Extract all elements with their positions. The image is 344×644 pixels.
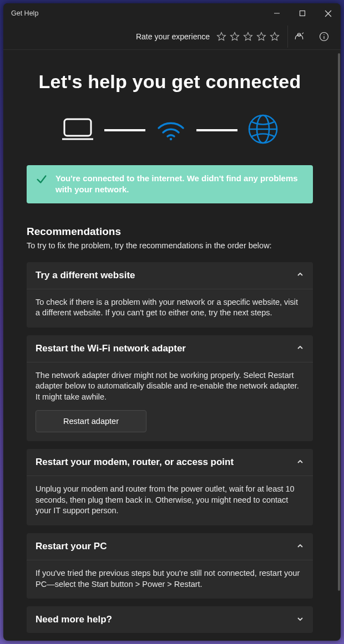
card-body: Unplug your modem and router from the po…	[27, 476, 313, 525]
card-title: Need more help?	[36, 614, 112, 625]
card-title: Restart your PC	[36, 541, 107, 552]
recommendation-card: Restart your PC If you've tried the prev…	[27, 533, 313, 599]
checkmark-icon	[36, 173, 48, 188]
chevron-up-icon	[296, 542, 304, 551]
recommendation-card: Try a different website To check if ther…	[27, 262, 313, 328]
card-header[interactable]: Restart your modem, router, or access po…	[27, 449, 313, 476]
svg-marker-5	[231, 32, 239, 40]
recommendations-heading: Recommendations	[27, 226, 313, 238]
star-5-button[interactable]	[269, 30, 281, 43]
chevron-down-icon	[296, 615, 304, 625]
toolbar: Rate your experience	[3, 23, 341, 50]
card-title: Try a different website	[36, 270, 135, 281]
chevron-up-icon	[296, 270, 304, 280]
rating-stars	[215, 30, 281, 43]
vertical-scrollbar[interactable]	[338, 53, 340, 637]
card-title: Restart your modem, router, or access po…	[36, 457, 234, 468]
recommendation-card: Restart your modem, router, or access po…	[27, 449, 313, 525]
content-area: Let's help you get connected	[3, 50, 341, 641]
card-header[interactable]: Need more help?	[27, 606, 313, 633]
diagram-line	[104, 129, 145, 131]
card-body: To check if there is a problem with your…	[27, 289, 313, 328]
star-4-button[interactable]	[255, 30, 267, 43]
svg-rect-13	[64, 119, 91, 136]
card-header[interactable]: Restart your PC	[27, 533, 313, 560]
minimize-button[interactable]	[264, 3, 290, 23]
svg-point-15	[170, 138, 172, 140]
card-text: The network adapter driver might not be …	[36, 371, 299, 401]
svg-rect-1	[300, 11, 305, 16]
card-body: If you've tried the previous steps but y…	[27, 560, 313, 599]
app-window: Get Help Rate your experience	[3, 3, 341, 641]
scrollbar-thumb[interactable]	[338, 53, 340, 591]
chevron-up-icon	[296, 344, 304, 353]
star-1-button[interactable]	[215, 30, 227, 43]
card-body: The network adapter driver might not be …	[27, 362, 313, 442]
close-button[interactable]	[315, 3, 341, 23]
star-3-button[interactable]	[242, 30, 254, 43]
wifi-icon	[155, 117, 186, 143]
titlebar: Get Help	[3, 3, 341, 23]
rate-label: Rate your experience	[136, 32, 210, 41]
connection-diagram	[3, 108, 336, 165]
window-controls	[264, 3, 341, 23]
card-header[interactable]: Restart the Wi-Fi network adapter	[27, 335, 313, 362]
page-title: Let's help you get connected	[14, 71, 325, 93]
card-title: Restart the Wi-Fi network adapter	[36, 343, 186, 354]
recommendation-card: Restart the Wi-Fi network adapter The ne…	[27, 335, 313, 442]
recommendations-subtext: To try to fix the problem, try the recom…	[27, 241, 313, 250]
status-banner: You're connected to the internet. We did…	[27, 165, 313, 203]
chevron-up-icon	[296, 458, 304, 467]
svg-marker-4	[217, 32, 226, 40]
diagram-line	[196, 129, 237, 131]
svg-point-12	[323, 34, 324, 34]
svg-marker-8	[271, 32, 279, 40]
support-agent-button[interactable]	[287, 25, 310, 48]
status-text: You're connected to the internet. We did…	[55, 173, 304, 196]
globe-icon	[247, 114, 279, 146]
star-2-button[interactable]	[229, 30, 241, 43]
svg-marker-7	[257, 32, 266, 40]
recommendation-card: Need more help?	[27, 606, 313, 633]
card-header[interactable]: Try a different website	[27, 262, 313, 289]
svg-marker-6	[244, 32, 252, 40]
laptop-icon	[61, 117, 94, 143]
window-title: Get Help	[11, 9, 38, 17]
info-button[interactable]	[313, 25, 335, 48]
restart-adapter-button[interactable]: Restart adapter	[36, 410, 146, 432]
maximize-button[interactable]	[290, 3, 315, 23]
